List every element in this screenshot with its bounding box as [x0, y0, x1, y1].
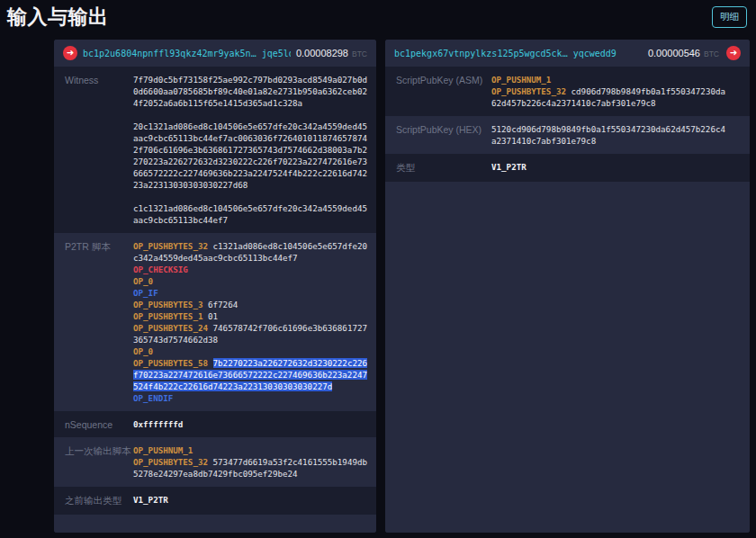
output-address-suffix: yqcwedd9: [573, 49, 616, 58]
input-address-prefix: bc1p2u6804npnffl93qkz42mr9yak5n: [83, 49, 251, 58]
input-address-link[interactable]: bc1p2u6804npnffl93qkz42mr9yak5n…jqe5ld8p: [83, 49, 291, 58]
address-ellipsis: …: [562, 49, 568, 58]
input-amount-currency: BTC: [352, 49, 367, 58]
output-address-prefix: bc1pekgx67vtnpylkzs125p5wgcd5ck: [394, 49, 562, 58]
output-panel-filler: [385, 182, 750, 533]
output-address-link[interactable]: bc1pekgx67vtnpylkzs125p5wgcd5ck…yqcwedd9: [394, 49, 616, 58]
input-panel: ➜ bc1p2u6804npnffl93qkz42mr9yak5n…jqe5ld…: [54, 40, 376, 533]
prev-output-script-label: 上一次输出脚本: [65, 444, 133, 480]
scriptpubkey-asm-row: ScriptPubKey (ASM) OP_PUSHNUM_1OP_PUSHBY…: [385, 67, 750, 116]
nsequence-row: nSequence 0xfffffffd: [54, 411, 376, 437]
page-header: 输入与输出 明细: [0, 0, 756, 34]
input-arrow-icon[interactable]: ➜: [63, 46, 77, 60]
prev-output-script-row: 上一次输出脚本 OP_PUSHNUM_1OP_PUSHBYTES_32 5734…: [54, 437, 376, 487]
page-title: 输入与输出: [7, 5, 109, 28]
p2tr-script-row: P2TR 脚本 OP_PUSHBYTES_32 c1321ad086ed8c10…: [54, 233, 376, 411]
prev-output-type-label: 之前输出类型: [65, 494, 133, 507]
nsequence-label: nSequence: [65, 418, 133, 430]
output-amount: 0.00000546 BTC: [648, 48, 719, 58]
output-address-row: bc1pekgx67vtnpylkzs125p5wgcd5ck…yqcwedd9…: [385, 40, 750, 67]
prev-output-script-value: OP_PUSHNUM_1OP_PUSHBYTES_32 573477d6619a…: [133, 444, 369, 480]
prev-output-type-row: 之前输出类型 V1_P2TR: [54, 487, 376, 515]
scriptpubkey-asm-value: OP_PUSHNUM_1OP_PUSHBYTES_32 cd906d798b98…: [491, 74, 727, 109]
witness-label: Witness: [65, 74, 133, 226]
nsequence-value: 0xfffffffd: [133, 418, 369, 430]
witness-value: 7f79d0c5bf73158f25ae992c797bd0293acd8549…: [133, 74, 369, 226]
output-type-label: 类型: [396, 161, 491, 175]
output-panel: bc1pekgx67vtnpylkzs125p5wgcd5ck…yqcwedd9…: [385, 40, 750, 533]
input-amount-value: 0.00008298: [296, 48, 348, 58]
inputs-outputs-container: ➜ bc1p2u6804npnffl93qkz42mr9yak5n…jqe5ld…: [54, 40, 750, 533]
input-amount: 0.00008298 BTC: [296, 48, 367, 58]
output-arrow-icon[interactable]: ➜: [726, 46, 741, 60]
output-amount-currency: BTC: [704, 49, 719, 58]
p2tr-script-value: OP_PUSHBYTES_32 c1321ad086ed8c104506e5e6…: [133, 240, 369, 404]
address-ellipsis: …: [251, 49, 256, 58]
output-amount-value: 0.00000546: [648, 48, 700, 58]
input-address-suffix: jqe5ld8p: [262, 49, 291, 58]
output-type-row: 类型 V1_P2TR: [385, 154, 750, 182]
scriptpubkey-hex-row: ScriptPubKey (HEX) 5120cd906d798b9849fb0…: [385, 116, 750, 154]
details-button[interactable]: 明细: [712, 6, 747, 28]
input-panel-filler: [54, 515, 376, 533]
prev-output-type-value: V1_P2TR: [133, 494, 369, 507]
p2tr-script-label: P2TR 脚本: [65, 240, 133, 404]
input-address-row: ➜ bc1p2u6804npnffl93qkz42mr9yak5n…jqe5ld…: [54, 40, 376, 67]
output-type-value: V1_P2TR: [491, 161, 727, 175]
scriptpubkey-hex-label: ScriptPubKey (HEX): [396, 123, 491, 147]
witness-row: Witness 7f79d0c5bf73158f25ae992c797bd029…: [54, 67, 376, 233]
scriptpubkey-hex-value: 5120cd906d798b9849fb0a1f550347230da62d45…: [491, 123, 727, 147]
scriptpubkey-asm-label: ScriptPubKey (ASM): [396, 74, 491, 109]
